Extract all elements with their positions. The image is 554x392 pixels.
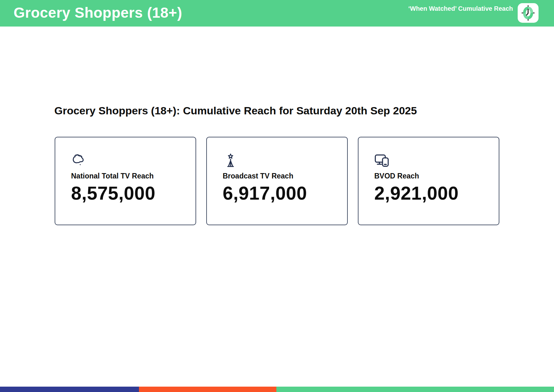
broadcast-tower-icon [223,153,347,168]
kpi-value: 2,921,000 [374,183,499,204]
app-logo [518,3,539,23]
footer-color-bar [0,387,554,392]
kpi-card-national-total-tv: National Total TV Reach 8,575,000 [55,137,196,225]
kpi-card-bvod: BVOD Reach 2,921,000 [358,137,499,225]
footer-segment-green [276,387,554,392]
header-subtitle: ‘When Watched’ Cumulative Reach [408,5,513,12]
australia-map-icon [71,153,196,168]
kpi-value: 6,917,000 [223,183,347,204]
page-title: Grocery Shoppers (18+) [14,4,182,21]
app-header: Grocery Shoppers (18+) ‘When Watched’ Cu… [0,0,554,27]
kpi-card-broadcast-tv: Broadcast TV Reach 6,917,000 [206,137,348,225]
kpi-value: 8,575,000 [71,183,196,204]
kpi-cards-row: National Total TV Reach 8,575,000 Broadc… [55,137,499,225]
report-heading: Grocery Shoppers (18+): Cumulative Reach… [54,105,417,117]
kpi-label: Broadcast TV Reach [223,172,347,180]
kpi-label: National Total TV Reach [71,172,196,180]
kpi-label: BVOD Reach [374,172,499,180]
clock-icon [521,5,535,21]
tv-and-phone-icon [374,153,499,168]
footer-segment-orange [139,387,276,392]
footer-segment-blue [0,387,139,392]
